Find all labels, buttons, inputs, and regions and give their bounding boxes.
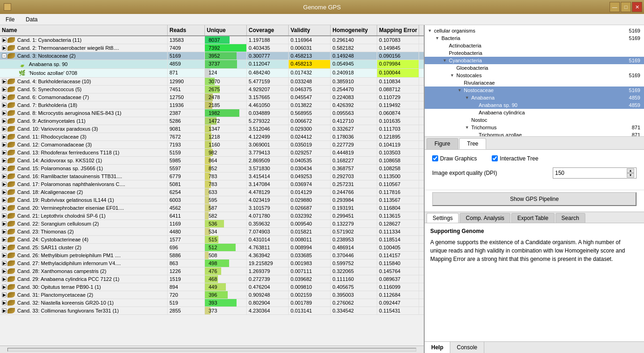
expand-button[interactable]: ▶ — [2, 150, 7, 155]
table-row[interactable]: ▶Cand. 25: SAR11 cluster (2)6965124.7638… — [0, 244, 424, 252]
atab-console[interactable]: Console — [450, 342, 484, 353]
tree-node[interactable]: ▼cellular organisms5169 — [425, 27, 644, 34]
tree-expand-icon[interactable] — [449, 65, 455, 71]
table-row[interactable]: ▶Cand. 8: Microcystis aeruginosa NIES-84… — [0, 109, 424, 117]
expand-button[interactable]: ▶ — [2, 38, 7, 42]
table-row[interactable]: ▶Cand. 6: Comamonadaceae (7)1275024783.1… — [0, 93, 424, 101]
table-row[interactable]: ▶Cand. 29: Anabaena cylindrica PCC 7122 … — [0, 275, 424, 283]
tree-scroll[interactable]: ▼cellular organisms5169▼Bacteria5169Acti… — [425, 25, 644, 136]
expand-button[interactable]: ▶ — [2, 182, 7, 186]
expand-button[interactable]: ▶ — [2, 277, 7, 281]
tree-expand-icon[interactable] — [456, 80, 463, 86]
tree-node[interactable]: ▼Nostocaceae5169 — [425, 87, 644, 94]
maximize-button[interactable]: □ — [621, 2, 631, 12]
tree-node[interactable]: Actinobacteria — [425, 42, 644, 49]
tree-node[interactable]: Trichormus azollae871 — [425, 131, 644, 136]
tree-node[interactable]: Gloeobacteria — [425, 64, 644, 72]
expand-button[interactable]: ▶ — [2, 206, 7, 210]
table-row[interactable]: ▶Cand. 28: Xanthomonas campestris (2)122… — [0, 267, 424, 275]
interactive-tree-label[interactable]: Interactive Tree — [492, 155, 538, 162]
expand-button[interactable]: ▶ — [2, 229, 7, 234]
minimize-button[interactable]: — — [610, 2, 620, 12]
gps-pipeline-button[interactable]: Show GPS Pipeline — [432, 192, 637, 206]
expand-button[interactable]: ▶ — [2, 221, 7, 226]
tree-node[interactable]: ▼Bacteria5169 — [425, 34, 644, 42]
atab-help[interactable]: Help — [425, 342, 450, 353]
tree-node[interactable]: Anabaena sp. 904859 — [425, 101, 644, 109]
table-row[interactable]: ▶Cand. 32: Niastella koreensis GR20-10 (… — [0, 299, 424, 307]
table-row[interactable]: ▶Cand. 4: Burkholderiacease (10)12990307… — [0, 78, 424, 86]
table-row[interactable]: ▶Cand. 20: Verminephrobacter eiseniae EF… — [0, 204, 424, 212]
tree-expand-icon[interactable]: ▼ — [464, 124, 470, 131]
table-row[interactable]: ▶Cand. 22: Sorangium cellulosum (2)11695… — [0, 220, 424, 228]
table-row[interactable]: ▶Cand. 21: Leptothrix cholodnii SP-6 (1)… — [0, 212, 424, 220]
expand-button[interactable]: ▶ — [2, 253, 7, 258]
tree-expand-icon[interactable] — [464, 117, 470, 123]
table-row[interactable]: −Cand. 3: Nostocaceae (2)516939520.30077… — [0, 52, 424, 60]
btab-settings[interactable]: Settings — [427, 213, 459, 223]
expand-button[interactable]: ▶ — [2, 166, 7, 171]
table-body[interactable]: ▶Cand. 1: Cyanobacteria (11)1358380371.1… — [0, 36, 424, 346]
table-row[interactable]: ▶Cand. 2: Thermoanaerobacter wiegelii Rt… — [0, 44, 424, 52]
menu-data[interactable]: Data — [22, 15, 41, 24]
tree-expand-icon[interactable]: ▼ — [456, 87, 463, 93]
expand-button[interactable]: ▶ — [2, 103, 7, 107]
table-row[interactable]: ▶Cand. 7: Burkholderia (18)1193621854.46… — [0, 101, 424, 109]
table-row[interactable]: ▶Cand. 27: Methylacidiphilum infernorum … — [0, 260, 424, 267]
tree-node[interactable]: ▼Cyanobacteria5169 — [425, 57, 644, 64]
table-row[interactable]: ▶Cand. 16: Ramlibacter tataouinensis TTB… — [0, 173, 424, 180]
tree-node[interactable]: Anabaena cylindrica — [425, 109, 644, 116]
tab-tree[interactable]: Tree — [459, 138, 486, 149]
expand-button[interactable]: ▶ — [2, 293, 7, 297]
expand-button[interactable]: ▶ — [2, 308, 7, 313]
table-row[interactable]: ▶Cand. 12: Comamonadaceae (3)719311603.0… — [0, 141, 424, 149]
tree-node[interactable]: ▼Trichormus871 — [425, 124, 644, 131]
table-row[interactable]: 🍃Anabaena sp. 90485937370.1120470.458213… — [0, 60, 424, 69]
tree-expand-icon[interactable]: ▼ — [441, 57, 448, 64]
table-row[interactable]: ▶Cand. 15: Polaromonas sp. JS666 (1)5597… — [0, 165, 424, 173]
draw-graphics-checkbox[interactable] — [432, 155, 438, 161]
table-row[interactable]: ▶Cand. 30: Opitutus terrae PB90-1 (1)894… — [0, 283, 424, 291]
expand-button[interactable]: ▶ — [2, 269, 7, 273]
draw-graphics-label[interactable]: Draw Graphics — [432, 155, 477, 162]
expand-button[interactable]: ▶ — [2, 95, 7, 100]
expand-button[interactable]: ▶ — [2, 213, 7, 218]
tree-expand-icon[interactable] — [471, 132, 478, 136]
tree-expand-icon[interactable] — [441, 50, 448, 56]
table-row[interactable]: ▶Cand. 5: Synechococcus (5)745126754.929… — [0, 86, 424, 93]
dpi-spinners[interactable]: ▲ ▼ — [627, 168, 634, 178]
interactive-tree-checkbox[interactable] — [492, 155, 498, 161]
table-row[interactable]: ▶Cand. 13: Rhodoferax ferrireducens T118… — [0, 149, 424, 157]
table-row[interactable]: ▶Cand. 18: Alcaligenaceae (2)62546334.47… — [0, 188, 424, 196]
expand-button[interactable]: ▶ — [2, 198, 7, 202]
expand-button[interactable]: ▶ — [2, 300, 7, 305]
expand-button[interactable]: ▶ — [2, 174, 7, 179]
expand-button[interactable]: ▶ — [2, 119, 7, 123]
btab-search[interactable]: Search — [556, 213, 585, 223]
tree-expand-icon[interactable] — [441, 42, 448, 49]
table-row[interactable]: ▶Cand. 17: Polaromonas naphthalenivorans… — [0, 180, 424, 188]
table-row[interactable]: ▶Cand. 11: Rhodocyclaceae (3)767212184.1… — [0, 133, 424, 141]
tree-node[interactable]: ▼Nostocales5169 — [425, 72, 644, 79]
expand-button[interactable]: ▶ — [2, 46, 7, 50]
tree-node[interactable]: ▼Anabaena4859 — [425, 94, 644, 101]
window-controls[interactable]: — □ ✕ — [610, 2, 642, 12]
expand-button[interactable]: ▶ — [2, 190, 7, 194]
table-row[interactable]: ▶Cand. 31: Planctomycetaceae (2)7203960.… — [0, 291, 424, 299]
dpi-down-button[interactable]: ▼ — [627, 173, 634, 178]
menu-file[interactable]: File — [2, 15, 18, 24]
table-row[interactable]: ▶Cand. 10: Variovorax paradoxus (3)90811… — [0, 125, 424, 133]
tree-expand-icon[interactable] — [471, 109, 478, 116]
tree-expand-icon[interactable]: ▼ — [434, 35, 441, 41]
hscroll-thumb[interactable] — [7, 348, 416, 352]
expand-button[interactable]: ▶ — [2, 245, 7, 250]
horizontal-scrollbar[interactable] — [0, 346, 424, 353]
expand-button[interactable]: − — [2, 53, 7, 58]
expand-button[interactable]: ▶ — [2, 261, 7, 266]
tree-node[interactable]: Nostoc — [425, 116, 644, 124]
table-row[interactable]: ▶Cand. 14: Acidovorax sp. KKS102 (1)5985… — [0, 157, 424, 165]
expand-button[interactable]: ▶ — [2, 134, 7, 139]
table-row[interactable]: ▶Cand. 23: Thiomonas (2)44805347.0749030… — [0, 228, 424, 236]
expand-button[interactable]: ▶ — [2, 237, 7, 242]
tree-expand-icon[interactable] — [471, 102, 478, 108]
